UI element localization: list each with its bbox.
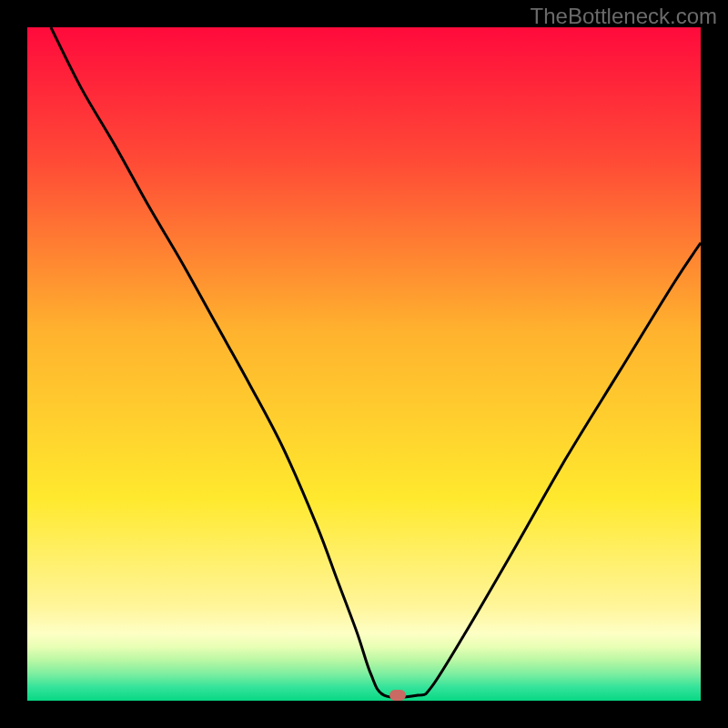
bottleneck-curve bbox=[27, 27, 701, 701]
watermark-text: TheBottleneck.com bbox=[531, 4, 717, 29]
curve-path bbox=[51, 27, 701, 697]
plot-area bbox=[27, 27, 701, 701]
optimal-marker bbox=[389, 690, 406, 701]
